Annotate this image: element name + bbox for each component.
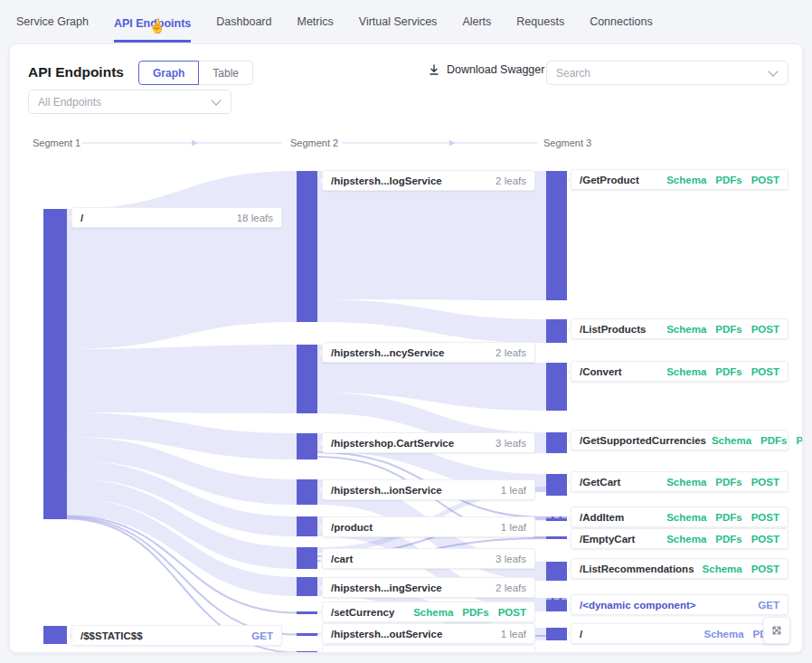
endpoint-meta: SchemaPDFsPOST xyxy=(666,366,779,377)
endpoint-action-link-get[interactable]: GET xyxy=(251,630,273,641)
segment-arrow-head xyxy=(449,140,456,147)
nav-item-metrics[interactable]: Metrics xyxy=(297,0,333,43)
endpoint-meta: 18 leafs xyxy=(237,213,273,223)
endpoint-action-link-post[interactable]: POST xyxy=(498,607,526,618)
endpoint-meta: SchemaPDFsPOST xyxy=(666,324,779,335)
sankey-node-label[interactable]: /SchemaPDFs xyxy=(571,623,788,644)
sankey-node-bar[interactable] xyxy=(546,598,567,611)
sankey-node-bar[interactable] xyxy=(546,319,567,343)
nav-item-dashboard[interactable]: Dashboard xyxy=(216,0,271,43)
sankey-node-bar[interactable] xyxy=(546,536,567,539)
sankey-node-bar[interactable] xyxy=(546,562,567,581)
endpoint-action-link-post[interactable]: POST xyxy=(751,175,779,185)
sankey-node-bar[interactable] xyxy=(43,209,67,519)
sankey-node-bar[interactable] xyxy=(297,516,317,536)
endpoint-action-link-schema[interactable]: Schema xyxy=(666,175,706,185)
nav-item-connections[interactable]: Connections xyxy=(590,0,653,43)
sankey-node-label[interactable]: /hipstersh...ailService1 leaf xyxy=(322,645,535,653)
sankey-node-bar[interactable] xyxy=(546,516,567,521)
sankey-node-label[interactable]: /hipstersh...outService1 leaf xyxy=(322,623,535,644)
sankey-node-bar[interactable] xyxy=(546,628,567,640)
sankey-node-bar[interactable] xyxy=(297,547,317,569)
sankey-node-label[interactable]: /<dynamic component>GET xyxy=(571,594,788,615)
endpoint-name: /ListRecommendations xyxy=(580,564,694,574)
sankey-node-bar[interactable] xyxy=(297,345,317,413)
endpoint-meta: SchemaPDFsPOST xyxy=(666,175,779,185)
endpoint-action-link-pdfs[interactable]: PDFs xyxy=(462,607,488,618)
sankey-node-label[interactable]: /hipstersh...ncyService2 leafs xyxy=(322,342,535,363)
endpoint-action-link-pdfs[interactable]: PDFs xyxy=(715,477,741,488)
nav-item-alerts[interactable]: Alerts xyxy=(462,0,491,43)
endpoint-action-link-pdfs[interactable]: PDFs xyxy=(715,534,741,545)
sankey-node-label[interactable]: /GetCartSchemaPDFsPOST xyxy=(571,471,788,492)
sankey-node-label[interactable]: /hipstershop.CartService3 leafs xyxy=(322,432,535,453)
sankey-flow xyxy=(67,171,297,349)
sankey-node-label[interactable]: /GetProductSchemaPDFsPOST xyxy=(571,169,788,190)
sankey-node-label[interactable]: /hipstersh...logService2 leafs xyxy=(322,170,535,191)
sankey-node-label[interactable]: /ListRecommendationsSchemaPOST xyxy=(571,558,788,579)
nav-item-api-endpoints[interactable]: API Endpoints xyxy=(114,2,191,43)
endpoint-name: /hipstersh...ionService xyxy=(331,485,442,496)
endpoint-action-link-schema[interactable]: Schema xyxy=(666,477,706,488)
sankey-node-label[interactable]: /hipstersh...ingService2 leafs xyxy=(322,577,535,598)
endpoint-action-link-post[interactable]: POST xyxy=(751,366,779,377)
sankey-node-bar[interactable] xyxy=(43,626,67,644)
endpoint-action-link-post[interactable]: POST xyxy=(751,564,779,574)
sankey-node-label[interactable]: /cart3 leafs xyxy=(322,548,535,569)
sankey-node-bar[interactable] xyxy=(297,171,317,322)
sankey-node-label[interactable]: /EmptyCartSchemaPDFsPOST xyxy=(571,528,788,549)
endpoint-action-link-post[interactable]: POST xyxy=(796,435,803,446)
endpoint-action-link-schema[interactable]: Schema xyxy=(666,512,706,523)
endpoint-action-link-schema[interactable]: Schema xyxy=(666,324,706,335)
endpoint-meta: GET xyxy=(758,600,779,611)
sankey-node-bar[interactable] xyxy=(297,433,317,459)
endpoint-action-link-schema[interactable]: Schema xyxy=(712,435,751,446)
endpoint-action-link-pdfs[interactable]: PDFs xyxy=(715,175,741,185)
sankey-node-label[interactable]: /ConvertSchemaPDFsPOST xyxy=(571,361,788,382)
sankey-node-label[interactable]: /GetSupportedCurrenciesSchemaPDFsPOST xyxy=(571,430,788,450)
endpoint-action-link-schema[interactable]: Schema xyxy=(666,534,706,545)
nav-item-virtual-services[interactable]: Virtual Services xyxy=(359,0,438,43)
endpoint-action-link-post[interactable]: POST xyxy=(751,324,779,335)
sankey-node-bar[interactable] xyxy=(297,611,317,614)
endpoint-name: /Convert xyxy=(580,366,622,377)
endpoint-action-link-post[interactable]: POST xyxy=(751,477,779,488)
endpoint-name: /hipstersh...ingService xyxy=(331,582,442,593)
endpoint-action-link-get[interactable]: GET xyxy=(758,600,779,611)
sankey-node-bar[interactable] xyxy=(297,633,317,636)
sankey-node-bar[interactable] xyxy=(546,432,567,453)
endpoint-action-link-post[interactable]: POST xyxy=(751,512,779,523)
endpoint-meta: 1 leaf xyxy=(501,650,526,654)
endpoint-action-link-post[interactable]: POST xyxy=(751,534,779,545)
endpoint-action-link-schema[interactable]: Schema xyxy=(703,629,743,639)
sankey-node-label[interactable]: /ListProductsSchemaPDFsPOST xyxy=(571,318,788,339)
endpoint-action-link-pdfs[interactable]: PDFs xyxy=(715,512,741,523)
endpoint-name: / xyxy=(80,213,83,223)
sankey-node-label[interactable]: /AddItemSchemaPDFsPOST xyxy=(571,507,788,527)
sankey-node-label[interactable]: /$$STATIC$$GET xyxy=(71,625,282,646)
sankey-node-bar[interactable] xyxy=(297,479,317,505)
endpoint-name: /hipstersh...logService xyxy=(331,175,442,186)
sankey-node-bar[interactable] xyxy=(297,577,317,596)
expand-fullscreen-button[interactable] xyxy=(763,617,790,644)
sankey-node-bar[interactable] xyxy=(546,171,567,300)
sankey-node-label[interactable]: /product1 leaf xyxy=(322,516,535,537)
sankey-node-bar[interactable] xyxy=(546,363,567,411)
sankey-node-label[interactable]: /18 leafs xyxy=(71,207,282,228)
endpoint-action-link-pdfs[interactable]: PDFs xyxy=(715,366,741,377)
sankey-node-label[interactable]: /setCurrencySchemaPDFsPOST xyxy=(322,601,535,622)
nav-item-service-graph[interactable]: Service Graph xyxy=(16,0,89,43)
sankey-node-bar[interactable] xyxy=(297,651,317,653)
sankey-node-bar[interactable] xyxy=(546,474,567,496)
endpoint-name: /GetProduct xyxy=(580,175,639,185)
endpoint-action-link-schema[interactable]: Schema xyxy=(666,366,706,377)
nav-item-requests[interactable]: Requests xyxy=(516,0,564,43)
sankey-node-label[interactable]: /hipstersh...ionService1 leaf xyxy=(322,479,535,500)
graph-view-button[interactable]: Graph xyxy=(138,61,199,85)
endpoint-name: /cart xyxy=(331,554,353,564)
endpoint-action-link-schema[interactable]: Schema xyxy=(413,607,453,618)
endpoint-action-link-pdfs[interactable]: PDFs xyxy=(715,324,741,335)
endpoint-action-link-pdfs[interactable]: PDFs xyxy=(760,435,787,446)
endpoint-action-link-schema[interactable]: Schema xyxy=(703,564,742,574)
endpoint-name: /AddItem xyxy=(580,512,624,523)
